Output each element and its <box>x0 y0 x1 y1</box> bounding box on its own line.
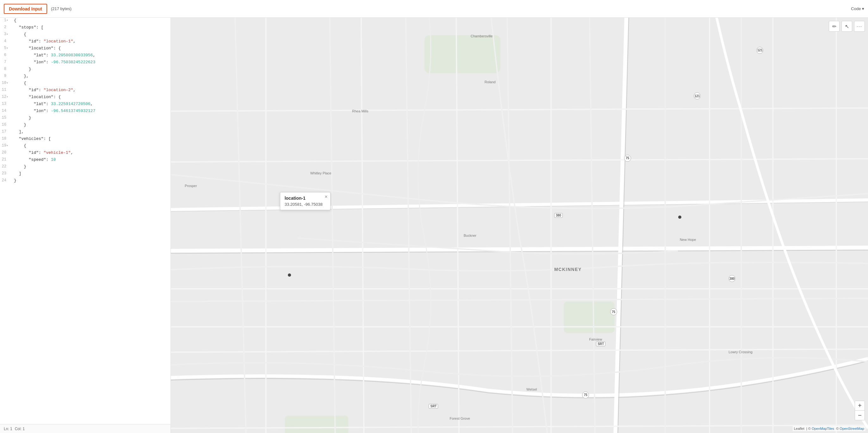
line-number: 12▾ <box>0 95 13 99</box>
line-num-label: 3 <box>4 32 6 36</box>
map-panel: ChambersvilleRolandRhea MillsProsperWhit… <box>171 18 868 433</box>
token: "location": { <box>14 95 61 99</box>
code-line: 15 } <box>0 115 170 122</box>
code-line: 1▾{ <box>0 18 170 25</box>
line-number: 9 <box>0 74 13 78</box>
line-content: "id": "location-2", <box>13 88 170 92</box>
cursor-tool-button[interactable]: ↖ <box>841 21 852 32</box>
line-num-label: 9 <box>4 74 6 78</box>
more-icon: ··· <box>857 24 862 29</box>
code-line: 7 "lon": -96.75038245222623 <box>0 59 170 66</box>
more-options-button[interactable]: ··· <box>854 21 865 32</box>
token: , <box>93 53 96 58</box>
zoom-out-button[interactable]: − <box>855 410 865 420</box>
token: "id": <box>14 88 44 92</box>
token: } <box>14 116 31 120</box>
token: "lon": <box>14 60 51 64</box>
line-content: "location": { <box>13 46 170 51</box>
download-button[interactable]: Download Input <box>4 4 47 14</box>
draw-icon: ✏ <box>832 23 836 29</box>
fold-arrow[interactable]: ▾ <box>6 46 10 50</box>
line-content: "lat": 33.20580830033956, <box>13 53 170 58</box>
status-bar: Ln: 1 Col: 1 <box>0 424 170 433</box>
line-num-label: 15 <box>2 116 6 120</box>
token: 33.2259142720506 <box>51 102 90 106</box>
map-marker[interactable] <box>288 273 291 277</box>
leaflet-label: Leaflet <box>794 427 804 430</box>
code-line: 18 "vehicles": [ <box>0 136 170 143</box>
code-menu-button[interactable]: Code ▾ <box>851 6 864 11</box>
token: } <box>14 178 17 183</box>
token: "vehicle-1" <box>44 150 71 155</box>
line-content: { <box>13 81 170 85</box>
token: "location-1" <box>44 39 73 44</box>
fold-arrow[interactable]: ▾ <box>6 144 10 147</box>
code-line: 19▾ { <box>0 143 170 150</box>
code-line: 14 "lon": -96.54613745932127 <box>0 108 170 115</box>
line-num-label: 22 <box>2 164 6 169</box>
status-col: Col: 1 <box>15 427 25 431</box>
token: "speed": <box>14 157 51 162</box>
code-lines: 1▾{2 "stops": [3▾ {4 "id": "location-1",… <box>0 18 170 185</box>
popup-close-button[interactable]: × <box>324 194 328 199</box>
code-line: 8 } <box>0 66 170 74</box>
line-number: 4 <box>0 39 13 44</box>
code-line: 17 ], <box>0 129 170 136</box>
openstreetmap-link[interactable]: OpenStreetMap <box>840 427 864 430</box>
line-content: "lon": -96.75038245222623 <box>13 60 170 64</box>
line-content: "lat": 33.2259142720506, <box>13 102 170 106</box>
popup-coords: 33.20581, -96.75038 <box>285 202 326 207</box>
token: "id": <box>14 150 44 155</box>
line-num-label: 14 <box>2 109 6 113</box>
code-line: 9 }, <box>0 74 170 80</box>
line-number: 23 <box>0 171 13 176</box>
line-content: "speed": 10 <box>13 157 170 162</box>
file-size-label: (217 bytes) <box>51 6 71 11</box>
openmaptiles-link[interactable]: OpenMapTiles <box>812 427 834 430</box>
token: , <box>70 150 73 155</box>
line-num-label: 8 <box>4 67 6 71</box>
line-number: 17 <box>0 129 13 134</box>
code-line: 12▾ "location": { <box>0 94 170 101</box>
fold-arrow[interactable]: ▾ <box>6 81 10 85</box>
token: , <box>73 88 75 92</box>
token: "location": { <box>14 46 61 51</box>
line-number: 24 <box>0 178 13 183</box>
fold-arrow[interactable]: ▾ <box>6 18 10 22</box>
line-content: } <box>13 116 170 120</box>
status-ln: Ln: 1 <box>4 427 12 431</box>
token: { <box>14 143 26 148</box>
token: } <box>14 164 26 169</box>
line-num-label: 23 <box>2 171 6 176</box>
fold-arrow[interactable]: ▾ <box>6 95 10 99</box>
map-popup: × location-1 33.20581, -96.75038 <box>280 192 331 210</box>
line-num-label: 21 <box>2 157 6 162</box>
code-line: 13 "lat": 33.2259142720506, <box>0 101 170 108</box>
line-num-label: 10 <box>2 81 6 85</box>
code-panel: 1▾{2 "stops": [3▾ {4 "id": "location-1",… <box>0 18 171 433</box>
line-content: "id": "vehicle-1", <box>13 150 170 155</box>
line-num-label: 5 <box>4 46 6 50</box>
line-number: 6 <box>0 53 13 57</box>
line-number: 22 <box>0 164 13 169</box>
fold-arrow[interactable]: ▾ <box>6 32 10 36</box>
code-line: 6 "lat": 33.20580830033956, <box>0 53 170 59</box>
line-content: }, <box>13 74 170 79</box>
code-editor: 1▾{2 "stops": [3▾ {4 "id": "location-1",… <box>0 18 170 424</box>
line-content: ] <box>13 171 170 176</box>
line-content: ], <box>13 129 170 134</box>
map-attribution: Leaflet | © OpenMapTiles © OpenStreetMap <box>793 426 865 431</box>
line-number: 14 <box>0 109 13 113</box>
token: "id": <box>14 39 44 44</box>
map-marker[interactable] <box>678 215 681 219</box>
token: } <box>14 122 26 127</box>
line-number: 21 <box>0 157 13 162</box>
draw-tool-button[interactable]: ✏ <box>829 21 840 32</box>
zoom-in-button[interactable]: + <box>855 401 865 410</box>
token: -96.75038245222623 <box>51 60 95 64</box>
line-num-label: 19 <box>2 143 6 148</box>
token: }, <box>14 74 29 79</box>
line-content: { <box>13 143 170 148</box>
line-num-label: 16 <box>2 122 6 127</box>
token: -96.54613745932127 <box>51 109 95 113</box>
